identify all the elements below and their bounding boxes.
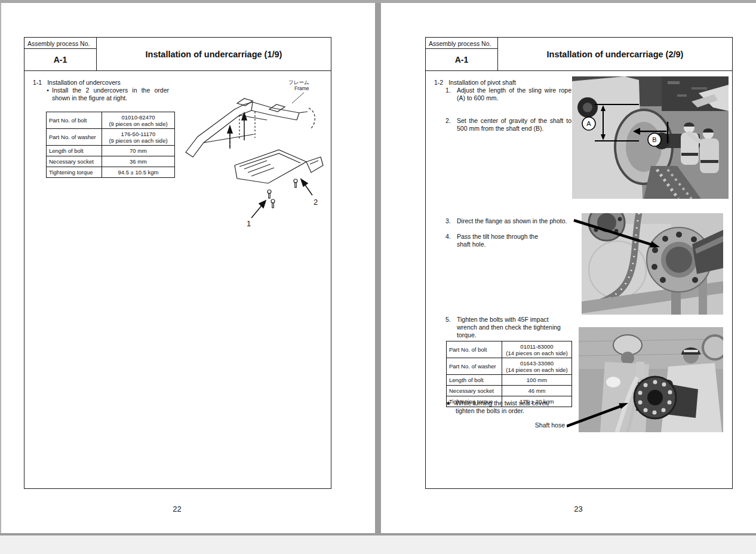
step-text: Set the center of gravity of the shaft t… bbox=[457, 117, 571, 133]
bolt-spec-table: Part No. of bolt 01011-83000 (14 pieces … bbox=[446, 341, 572, 407]
bolt-glyphs bbox=[268, 179, 297, 208]
step-text: Pass the tilt hose through the shaft hol… bbox=[457, 233, 552, 248]
table-cell-label: Tightening torque bbox=[47, 167, 102, 178]
step-number: 2. bbox=[445, 117, 457, 133]
step-3: 3. Direct the flange as shown in the pho… bbox=[445, 217, 576, 225]
step-number: 1. bbox=[445, 87, 457, 102]
page-number-left: 22 bbox=[24, 504, 330, 513]
right-page-frame: Assembly process No. A-1 Installation of… bbox=[425, 37, 733, 489]
left-page-frame: Assembly process No. A-1 Installation of… bbox=[24, 37, 331, 489]
value-line2: (9 pieces on each side) bbox=[103, 121, 173, 127]
photo-bolt-tightening bbox=[579, 327, 723, 432]
star-icon: ★ bbox=[445, 399, 456, 415]
table-cell-value: 100 mm bbox=[502, 375, 572, 386]
table-row: Necessary socket 46 mm bbox=[447, 386, 572, 396]
section-number: 1-1 bbox=[33, 79, 42, 86]
undercover-figure-drawing: フレーム Frame 1 2 bbox=[177, 76, 333, 255]
value-line1: 01011-83000 bbox=[503, 343, 570, 350]
right-page-header: Assembly process No. A-1 Installation of… bbox=[426, 38, 732, 71]
table-cell-label: Necessary socket bbox=[47, 156, 102, 167]
table-cell-value: 176-50-11170 (9 pieces on each side) bbox=[102, 129, 175, 146]
value-line2: (14 pieces on each side) bbox=[503, 350, 570, 356]
page-gap-divider bbox=[375, 3, 381, 533]
figure-callout-1: 1 bbox=[247, 219, 251, 228]
step-number: 3. bbox=[445, 217, 457, 225]
page-title: Installation of undercarriage (2/9) bbox=[498, 38, 732, 70]
assembly-process-label: Assembly process No. bbox=[426, 38, 497, 49]
value-line1: 01643-33080 bbox=[503, 360, 570, 367]
table-cell-value: 01643-33080 (14 pieces on each side) bbox=[502, 358, 572, 375]
step-5: 5. Tighten the bolts with 45F impact wre… bbox=[445, 316, 563, 339]
table-cell-value: 01011-83000 (14 pieces on each side) bbox=[502, 341, 572, 358]
assembly-process-number: A-1 bbox=[24, 49, 96, 70]
page-title: Installation of undercarriage (1/9) bbox=[97, 38, 331, 70]
table-cell-value: 36 mm bbox=[102, 156, 175, 167]
table-cell-label: Part No. of washer bbox=[447, 358, 502, 375]
value-line1: 176-50-11170 bbox=[103, 131, 173, 137]
table-row: Length of bolt 100 mm bbox=[447, 375, 572, 386]
assembly-process-number: A-1 bbox=[426, 49, 497, 70]
table-row: Part No. of bolt 01011-83000 (14 pieces … bbox=[447, 341, 572, 358]
step-text: Adjust the length of the sling wire rope… bbox=[457, 87, 571, 102]
section-title: Installation of pivot shaft bbox=[448, 79, 516, 86]
assembly-process-cell: Assembly process No. A-1 bbox=[24, 38, 97, 70]
photo-flange-direction bbox=[582, 213, 723, 315]
table-cell-value: 94.5 ± 10.5 kgm bbox=[102, 167, 175, 178]
step-number: 5. bbox=[445, 316, 457, 339]
section-title: Installation of undercovers bbox=[47, 79, 121, 86]
instruction-text: Install the 2 undercovers in the order s… bbox=[52, 87, 169, 102]
table-row: Part No. of washer 01643-33080 (14 piece… bbox=[447, 358, 572, 375]
value-line1: 01010-82470 bbox=[103, 114, 173, 121]
note-text: While turning the twist seal cover, tigh… bbox=[456, 399, 568, 415]
bullet-icon: • bbox=[44, 87, 52, 102]
label-a: A bbox=[586, 120, 591, 127]
table-row: Tightening torque 94.5 ± 10.5 kgm bbox=[47, 167, 175, 178]
photo-pivot-shaft-slinging: A B bbox=[572, 76, 729, 199]
table-cell-value: 46 mm bbox=[502, 386, 572, 396]
figure-label-en: Frame bbox=[294, 85, 309, 91]
pdf-viewer-window: Assembly process No. A-1 Installation of… bbox=[0, 0, 756, 554]
table-row: Necessary socket 36 mm bbox=[47, 156, 175, 167]
table-row: Length of bolt 70 mm bbox=[47, 146, 175, 156]
page-number-right: 23 bbox=[425, 504, 732, 513]
shaft-hose-label: Shaft hose bbox=[497, 421, 565, 429]
star-note: ★ While turning the twist seal cover, ti… bbox=[445, 399, 568, 415]
right-page-panel: Assembly process No. A-1 Installation of… bbox=[381, 3, 756, 533]
section-heading: 1-2 Installation of pivot shaft bbox=[434, 79, 516, 86]
table-cell-label: Length of bolt bbox=[47, 146, 102, 156]
table-row: Part No. of bolt 01010-82470 (9 pieces o… bbox=[47, 112, 175, 129]
left-page-panel: Assembly process No. A-1 Installation of… bbox=[1, 3, 375, 533]
table-cell-label: Part No. of bolt bbox=[47, 112, 102, 129]
step-2: 2. Set the center of gravity of the shaf… bbox=[445, 117, 571, 133]
value-line2: (14 pieces on each side) bbox=[503, 367, 570, 373]
section-heading: 1-1 Installation of undercovers bbox=[33, 79, 121, 86]
table-cell-label: Part No. of bolt bbox=[447, 341, 502, 358]
assembly-process-cell: Assembly process No. A-1 bbox=[426, 38, 498, 70]
figure-callout-2: 2 bbox=[314, 198, 318, 207]
step-number: 4. bbox=[445, 233, 457, 248]
instruction-bullet: • Install the 2 undercovers in the order… bbox=[44, 87, 169, 102]
viewer-toolbar: 27 / 137 bbox=[0, 535, 756, 554]
step-text: Direct the flange as shown in the photo. bbox=[457, 217, 576, 225]
step-4: 4. Pass the tilt hose through the shaft … bbox=[445, 233, 552, 248]
step-1: 1. Adjust the length of the sling wire r… bbox=[445, 87, 571, 102]
section-number: 1-2 bbox=[434, 79, 443, 86]
step-text: Tighten the bolts with 45F impact wrench… bbox=[457, 316, 563, 339]
table-cell-value: 70 mm bbox=[102, 146, 175, 156]
value-line2: (9 pieces on each side) bbox=[103, 137, 173, 144]
figure-label-jp: フレーム bbox=[288, 79, 309, 85]
bolt-spec-table: Part No. of bolt 01010-82470 (9 pieces o… bbox=[46, 112, 175, 178]
table-cell-label: Length of bolt bbox=[447, 375, 502, 386]
left-page-header: Assembly process No. A-1 Installation of… bbox=[24, 38, 331, 71]
table-cell-label: Necessary socket bbox=[447, 386, 502, 396]
table-row: Part No. of washer 176-50-11170 (9 piece… bbox=[47, 129, 175, 146]
assembly-process-label: Assembly process No. bbox=[24, 38, 96, 49]
label-b: B bbox=[652, 136, 656, 143]
table-cell-label: Part No. of washer bbox=[47, 129, 102, 146]
table-cell-value: 01010-82470 (9 pieces on each side) bbox=[102, 112, 175, 129]
